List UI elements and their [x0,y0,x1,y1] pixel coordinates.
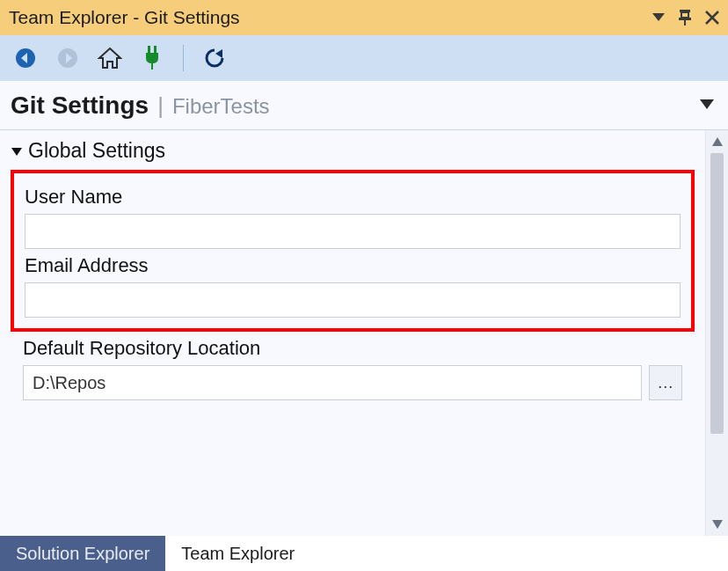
global-settings-header[interactable]: Global Settings [11,139,695,163]
svg-rect-2 [681,12,688,18]
svg-marker-19 [712,520,723,529]
svg-marker-11 [99,48,120,68]
svg-marker-17 [11,148,22,156]
svg-rect-13 [154,46,157,53]
svg-rect-14 [151,62,153,70]
page-title-separator: | [157,92,164,120]
window-title: Team Explorer - Git Settings [9,7,240,28]
scroll-track[interactable] [706,153,728,513]
page-menu-icon[interactable] [700,98,714,113]
svg-rect-12 [148,46,150,53]
svg-marker-16 [700,99,714,109]
highlight-box: User Name Email Address [11,170,695,332]
email-label: Email Address [25,254,681,277]
global-settings-label: Global Settings [28,139,165,163]
page-header: Git Settings | FiberTests [0,81,728,130]
tab-team-explorer[interactable]: Team Explorer [165,536,310,571]
content-panel: Global Settings User Name Email Address … [0,130,705,536]
user-name-input[interactable] [25,214,681,249]
tab-label: Team Explorer [181,544,295,564]
repo-location-label: Default Repository Location [23,337,682,360]
back-button[interactable] [11,43,40,73]
email-input[interactable] [25,282,681,318]
scroll-thumb[interactable] [710,153,724,434]
svg-marker-15 [215,49,222,58]
browse-button-label: ... [658,374,673,392]
svg-marker-18 [712,137,723,146]
tab-solution-explorer[interactable]: Solution Explorer [0,536,165,571]
toolbar-separator [183,45,184,71]
titlebar: Team Explorer - Git Settings [0,0,728,35]
pin-icon[interactable] [677,9,693,26]
window-dropdown-icon[interactable] [652,13,665,22]
close-icon[interactable] [705,11,719,25]
connect-button[interactable] [137,43,167,73]
scroll-up-icon[interactable] [706,130,728,153]
browse-button[interactable]: ... [649,365,682,400]
tab-label: Solution Explorer [16,544,149,564]
home-button[interactable] [95,43,125,73]
refresh-button[interactable] [200,43,229,73]
vertical-scrollbar[interactable] [705,130,728,536]
toolbar [0,35,728,81]
page-context: FiberTests [172,94,270,119]
svg-rect-4 [684,20,686,26]
repo-location-input[interactable] [23,365,642,400]
svg-rect-3 [679,18,691,20]
chevron-down-icon [11,145,23,157]
forward-button[interactable] [53,43,83,73]
scroll-down-icon[interactable] [706,513,728,536]
bottom-tab-strip: Solution Explorer Team Explorer [0,536,728,571]
page-title: Git Settings [11,92,149,120]
svg-marker-0 [652,13,665,21]
user-name-label: User Name [25,186,681,209]
